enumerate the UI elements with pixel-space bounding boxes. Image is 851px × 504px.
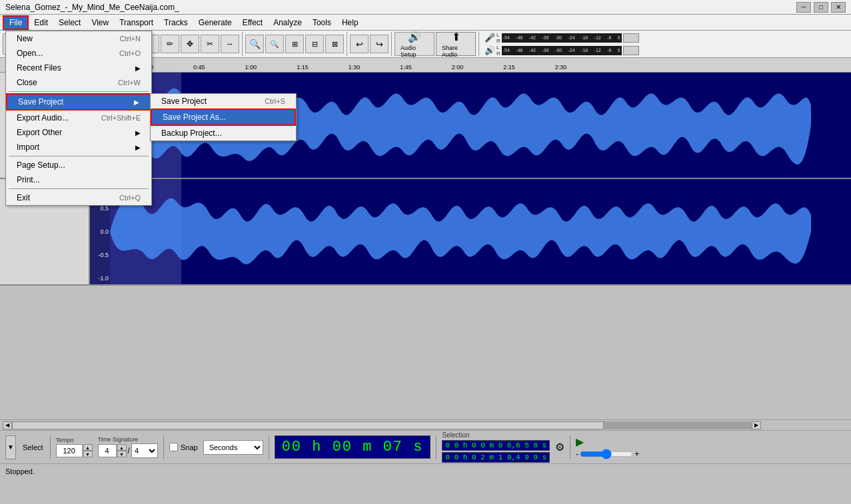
tempo-down-btn[interactable]: ▼	[83, 451, 93, 457]
selection-end-value: 0 0 h 0 2 m 1 9,4 9 9 s	[445, 453, 546, 461]
zoom-fit-button[interactable]: ⊞	[285, 35, 304, 53]
save-project-submenu: Save Project Ctrl+S Save Project As... B…	[150, 93, 297, 141]
time-sig-denom-select[interactable]: 4816	[131, 443, 158, 458]
menu-export-other[interactable]: Export Other ▶	[6, 125, 151, 140]
save-project-as-label: Save Project As...	[163, 113, 226, 122]
bottom-bar: ▼ Select Tempo ▲ ▼ Time Signature ▲ ▼	[0, 430, 851, 463]
menu-print[interactable]: Print...	[6, 172, 151, 187]
backup-project-label: Backup Project...	[161, 128, 222, 138]
seconds-dropdown[interactable]: Seconds Beats Samples	[203, 440, 263, 455]
share-audio-label: Share Audio	[442, 45, 470, 58]
redo-button[interactable]: ↪	[370, 35, 389, 53]
separator-bottom-5	[570, 435, 570, 459]
selection-start-value: 0 0 h 0 0 m 0 6,6 5 6 s	[445, 441, 546, 449]
import-arrow: ▶	[135, 144, 141, 151]
tempo-up-btn[interactable]: ▲	[83, 444, 93, 451]
menu-close[interactable]: Close Ctrl+W	[6, 75, 151, 90]
sep-2	[9, 156, 149, 156]
menu-bar: File Edit Select View Transport Tracks G…	[0, 15, 851, 31]
close-button[interactable]: ✕	[831, 2, 846, 13]
exit-label: Exit	[17, 193, 30, 202]
output-vol-slider[interactable]	[623, 46, 639, 55]
zoom-out-button[interactable]: 🔍	[265, 35, 284, 53]
zoom-out-all-button[interactable]: ⊠	[325, 35, 344, 53]
audio-setup-label: Audio Setup	[401, 45, 428, 58]
save-project-as[interactable]: Save Project As...	[151, 109, 296, 126]
speed-plus[interactable]: +	[634, 449, 639, 459]
menu-tracks[interactable]: Tracks	[159, 17, 193, 29]
tick-145: 1:45	[400, 64, 412, 71]
title-bar: Selena_Gomez_-_My_Mind_Me_CeeNaija.com_ …	[0, 0, 851, 15]
h-scroll-track[interactable]	[12, 421, 752, 429]
tick-045: 0:45	[193, 64, 205, 71]
close-shortcut: Ctrl+W	[118, 79, 141, 87]
menu-exit[interactable]: Exit Ctrl+Q	[6, 190, 151, 205]
input-vol-slider[interactable]	[623, 33, 639, 43]
menu-view[interactable]: View	[86, 17, 114, 29]
minimize-button[interactable]: ─	[796, 2, 811, 13]
waveform-visual-2	[110, 179, 811, 284]
time-display-value: 00 h 00 m 07 s	[282, 439, 424, 455]
h-scroll-left-btn[interactable]: ◀	[3, 421, 12, 429]
menu-tools[interactable]: Tools	[307, 17, 337, 29]
selection-gear-icon[interactable]: ⚙	[555, 441, 564, 453]
menu-export-audio[interactable]: Export Audio... Ctrl+Shift+E	[6, 111, 151, 125]
multi-tool-button[interactable]: ✥	[181, 35, 199, 53]
menu-select[interactable]: Select	[53, 17, 86, 29]
timesig-num-down-btn[interactable]: ▼	[117, 451, 127, 457]
speed-slider[interactable]	[580, 449, 633, 459]
menu-effect[interactable]: Effect	[237, 17, 268, 29]
sel-end-display: 0 0 h 0 2 m 1 9,4 9 9 s	[442, 452, 550, 463]
export-other-arrow: ▶	[135, 129, 141, 136]
selection-label: Selection	[442, 431, 550, 439]
tick-115: 1:15	[297, 64, 309, 71]
playback-play-btn[interactable]: ▶	[576, 435, 639, 448]
time-sig-section: Time Signature ▲ ▼ / 4816	[98, 436, 158, 458]
timeshift-tool-button[interactable]: ↔	[221, 35, 239, 53]
time-sig-num-input[interactable]	[98, 444, 117, 457]
tick-215: 2:15	[503, 64, 515, 71]
h-scroll-thumb[interactable]	[12, 421, 604, 429]
menu-transport[interactable]: Transport	[114, 17, 159, 29]
menu-generate[interactable]: Generate	[193, 17, 237, 29]
speed-minus[interactable]: -	[576, 449, 578, 459]
separator-bottom-4	[436, 435, 436, 459]
recent-arrow: ▶	[135, 65, 141, 72]
tick-200: 2:00	[452, 64, 464, 71]
menu-file[interactable]: File	[3, 15, 29, 30]
select-label: Select	[21, 442, 45, 453]
menu-page-setup[interactable]: Page Setup...	[6, 158, 151, 172]
menu-open[interactable]: Open... Ctrl+O	[6, 46, 151, 61]
menu-edit[interactable]: Edit	[29, 17, 53, 29]
snap-section: Snap	[169, 443, 198, 451]
save-project-direct-label: Save Project	[161, 97, 207, 106]
time-sig-slash: /	[128, 446, 130, 455]
selection-section: Selection 0 0 h 0 0 m 0 6,6 5 6 s 0 0 h …	[442, 431, 550, 463]
h-scroll-right-btn[interactable]: ▶	[752, 421, 761, 429]
menu-help[interactable]: Help	[337, 17, 364, 29]
track-expand-button[interactable]: ▼	[5, 435, 16, 459]
snap-checkbox[interactable]	[169, 443, 178, 451]
zoom-sel-button[interactable]: ⊟	[305, 35, 324, 53]
maximize-button[interactable]: □	[814, 2, 828, 13]
tempo-section: Tempo ▲ ▼	[56, 437, 93, 457]
playback-speed-section: ▶ - +	[576, 435, 639, 459]
menu-import[interactable]: Import ▶	[6, 140, 151, 154]
audio-setup-button[interactable]: 🔊 Audio Setup	[395, 32, 434, 56]
draw-tool-button[interactable]: ✏	[161, 35, 179, 53]
save-project-label: Save Project	[18, 97, 63, 107]
trim-tool-button[interactable]: ✂	[201, 35, 219, 53]
menu-recent-files[interactable]: Recent Files ▶	[6, 61, 151, 75]
undo-button[interactable]: ↩	[350, 35, 369, 53]
track-waveform-2[interactable]: 1.00.50.0-0.5-1.0	[90, 179, 851, 284]
backup-project[interactable]: Backup Project...	[151, 126, 296, 140]
save-project-direct[interactable]: Save Project Ctrl+S	[151, 94, 296, 109]
zoom-in-button[interactable]: 🔍	[245, 35, 264, 53]
tempo-input[interactable]	[56, 444, 83, 457]
share-audio-button[interactable]: ⬆ Share Audio	[436, 32, 476, 56]
menu-new[interactable]: New Ctrl+N	[6, 31, 151, 46]
menu-save-project[interactable]: Save Project ▶ Save Project Ctrl+S Save …	[6, 93, 151, 111]
menu-analyze[interactable]: Analyze	[268, 17, 307, 29]
input-meter-bar: -54 -48 -42 -36 -30 -24 -18 -12 -6 0	[502, 33, 622, 43]
timesig-num-up-btn[interactable]: ▲	[117, 444, 127, 451]
